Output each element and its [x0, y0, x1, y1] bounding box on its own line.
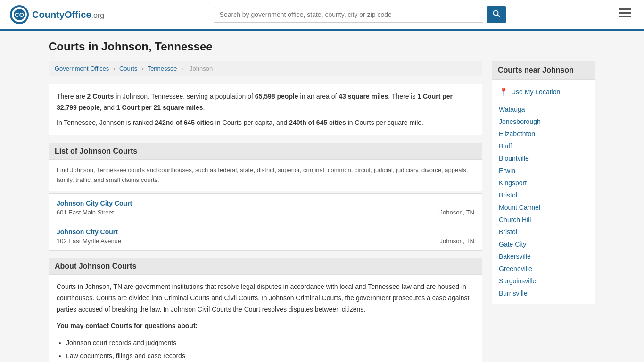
- court-name-1[interactable]: Johnson City City Court: [57, 199, 474, 207]
- breadcrumb-johnson: Johnson: [190, 65, 213, 72]
- menu-button[interactable]: [615, 7, 635, 23]
- list-section: List of Johnson Courts Find Johnson, Ten…: [49, 143, 482, 251]
- svg-rect-6: [619, 8, 631, 10]
- site-header: CO CountyOffice.org: [0, 0, 644, 31]
- sidebar-link-4[interactable]: Blountville: [492, 152, 595, 165]
- right-column: Courts near Johnson 📍 Use My Location Wa…: [492, 61, 595, 362]
- court-address-2: 102 East Myrtle Avenue: [57, 238, 121, 245]
- list-section-header: List of Johnson Courts: [49, 143, 482, 160]
- court-details-1: 601 East Main Street Johnson, TN: [57, 209, 474, 216]
- svg-line-5: [497, 15, 500, 17]
- court-location-1: Johnson, TN: [440, 209, 474, 216]
- court-location-2: Johnson, TN: [440, 238, 474, 245]
- sidebar-title: Courts near Johnson: [492, 61, 595, 80]
- breadcrumb-courts[interactable]: Courts: [119, 65, 137, 72]
- list-description: Find Johnson, Tennessee courts and court…: [49, 160, 482, 191]
- search-input[interactable]: [214, 7, 483, 23]
- sidebar-link-11[interactable]: Gate City: [492, 238, 595, 250]
- breadcrumb: Government Offices › Courts › Tennessee …: [49, 61, 482, 76]
- court-details-2: 102 East Myrtle Avenue Johnson, TN: [57, 238, 474, 245]
- sidebar-link-9[interactable]: Church Hill: [492, 214, 595, 226]
- sidebar-link-14[interactable]: Surgoinsville: [492, 275, 595, 287]
- left-column: Government Offices › Courts › Tennessee …: [49, 61, 482, 362]
- search-icon: [493, 10, 500, 17]
- use-my-location[interactable]: 📍 Use My Location: [492, 84, 595, 101]
- svg-rect-8: [619, 16, 631, 17]
- court-entry: Johnson City Court 102 East Myrtle Avenu…: [49, 222, 482, 251]
- sidebar-link-10[interactable]: Bristol: [492, 226, 595, 238]
- about-section-header: About Johnson Courts: [49, 258, 482, 275]
- court-address-1: 601 East Main Street: [57, 209, 114, 216]
- location-pin-icon: 📍: [499, 87, 508, 96]
- content-layout: Government Offices › Courts › Tennessee …: [49, 61, 595, 362]
- contact-item-1: Johnson court records and judgments: [66, 337, 474, 349]
- logo-area: CO CountyOffice.org: [9, 5, 104, 25]
- sidebar-link-0[interactable]: Watauga: [492, 103, 595, 115]
- sidebar-link-8[interactable]: Mount Carmel: [492, 201, 595, 214]
- contact-header: You may contact Courts for questions abo…: [57, 321, 474, 332]
- breadcrumb-tennessee[interactable]: Tennessee: [148, 65, 177, 72]
- hamburger-icon: [619, 8, 631, 18]
- contact-item-2: Law documents, filings and case records: [66, 351, 474, 362]
- sidebar-link-6[interactable]: Kingsport: [492, 177, 595, 189]
- search-area: [214, 6, 506, 23]
- sidebar-link-3[interactable]: Bluff: [492, 140, 595, 152]
- contact-list: Johnson court records and judgments Law …: [57, 337, 474, 362]
- search-button[interactable]: [487, 6, 506, 23]
- stats-block: There are 2 Courts in Johnson, Tennessee…: [49, 84, 482, 135]
- sidebar-box: Courts near Johnson 📍 Use My Location Wa…: [492, 61, 595, 304]
- court-name-2[interactable]: Johnson City Court: [57, 228, 474, 236]
- court-entry: Johnson City City Court 601 East Main St…: [49, 193, 482, 222]
- svg-text:CO: CO: [15, 11, 24, 18]
- breadcrumb-gov-offices[interactable]: Government Offices: [55, 65, 109, 72]
- logo-icon: CO: [9, 5, 29, 25]
- use-location-label: Use My Location: [511, 88, 560, 96]
- svg-point-4: [493, 11, 498, 16]
- sidebar-links: 📍 Use My Location WataugaJonesboroughEli…: [492, 80, 595, 304]
- sidebar-link-7[interactable]: Bristol: [492, 189, 595, 201]
- about-section-content: Courts in Johnson, TN are government ins…: [49, 275, 482, 362]
- svg-rect-7: [619, 12, 631, 14]
- sidebar-link-2[interactable]: Elizabethton: [492, 128, 595, 140]
- main-wrapper: Courts in Johnson, Tennessee Government …: [39, 31, 605, 362]
- about-paragraph: Courts in Johnson, TN are government ins…: [57, 281, 474, 315]
- sidebar-link-13[interactable]: Greeneville: [492, 263, 595, 275]
- about-section: About Johnson Courts Courts in Johnson, …: [49, 258, 482, 362]
- sidebar-link-1[interactable]: Jonesborough: [492, 115, 595, 128]
- sidebar-link-12[interactable]: Bakersville: [492, 250, 595, 263]
- page-title: Courts in Johnson, Tennessee: [49, 40, 595, 53]
- logo-text: CountyOffice.org: [32, 9, 104, 20]
- sidebar-link-15[interactable]: Burnsville: [492, 287, 595, 299]
- sidebar-link-5[interactable]: Erwin: [492, 165, 595, 177]
